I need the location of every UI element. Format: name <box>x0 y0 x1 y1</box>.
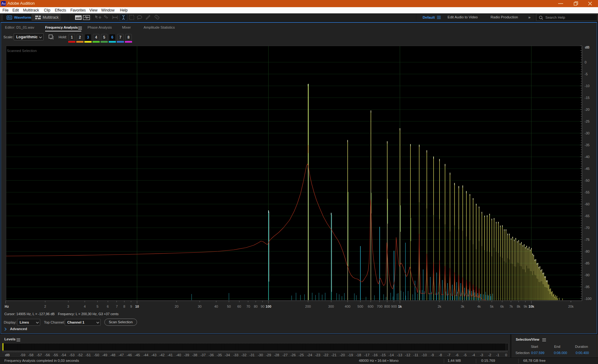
svg-text:Multitrack: Multitrack <box>43 15 59 20</box>
svg-text:Waveform: Waveform <box>14 16 31 19</box>
